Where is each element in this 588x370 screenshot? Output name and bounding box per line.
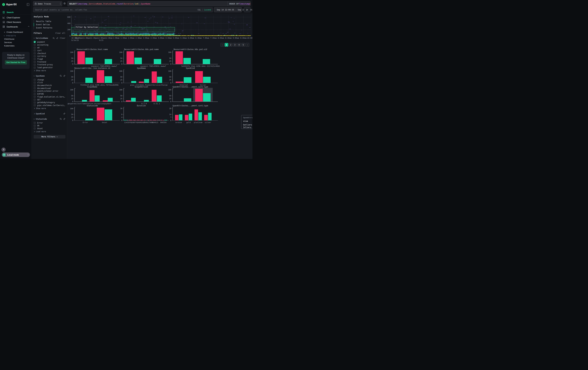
local-mode-button[interactable]: U Local mode — [2, 152, 30, 157]
filter-option-expire[interactable]: EXPIRE — [34, 92, 65, 95]
filter-option-frontend[interactable]: frontend — [34, 60, 65, 63]
filter-option-payment[interactable]: payment — [34, 40, 65, 43]
sidebar-item-search[interactable]: Search — [0, 10, 32, 14]
filter-option-checkout[interactable]: checkout — [34, 52, 65, 55]
more-filters-button[interactable]: More filters — [34, 135, 65, 139]
checkbox-unchecked[interactable] — [34, 44, 36, 46]
filter-option-currency[interactable]: currency — [34, 55, 65, 58]
chart-plot-area[interactable] — [74, 51, 118, 64]
chart-plot-area[interactable] — [124, 70, 167, 83]
checkbox-checked[interactable] — [34, 41, 36, 43]
checkbox-unchecked[interactable] — [34, 79, 36, 81]
lang-lucene[interactable]: Lucene — [204, 9, 211, 11]
filter-option-load-generator[interactable]: load-generator — [34, 66, 65, 69]
checkbox-unchecked[interactable] — [34, 127, 36, 130]
filter-option-documentload[interactable]: documentLoad — [34, 87, 65, 90]
filter-option-flagd-evaluation-v1-serv-[interactable]: flagd.evaluation.v1.Serv… — [34, 95, 65, 98]
filter-option-flagd[interactable]: flagd — [34, 58, 65, 60]
filter-option-eventlistener-error[interactable]: eventListener.error — [34, 90, 65, 93]
run-query-button[interactable] — [244, 7, 251, 12]
order-by-input[interactable]: ORDER BY Timestamp DESC — [228, 1, 251, 6]
checkbox-unchecked[interactable] — [34, 104, 36, 106]
checkbox-unchecked[interactable] — [34, 61, 36, 63]
checkbox-unchecked[interactable] — [34, 90, 36, 92]
filter-section-header-spanname[interactable]: SpanName — [34, 74, 65, 77]
checkbox-unchecked[interactable] — [34, 67, 36, 69]
sidebar-item-client-sessions[interactable]: Client Sessions — [0, 20, 32, 24]
sql-select-input[interactable]: SELECT Timestamp, ServiceName, StatusCod… — [67, 1, 251, 6]
create-dashboard-button[interactable]: + Create Dashboard — [0, 30, 32, 34]
search-icon[interactable] — [53, 37, 55, 39]
search-icon[interactable] — [60, 118, 62, 120]
search-icon[interactable] — [60, 75, 62, 77]
filter-option-click[interactable]: click — [34, 81, 65, 84]
chart-plot-area[interactable] — [124, 88, 167, 101]
filter-option-cart[interactable]: cart — [34, 49, 65, 52]
sidebar-item-chart-explorer[interactable]: Chart Explorer — [0, 15, 32, 20]
checkbox-unchecked[interactable] — [34, 99, 36, 101]
filter-option-accounting[interactable]: accounting — [34, 43, 65, 46]
checkbox-unchecked[interactable] — [34, 52, 36, 54]
filter-option-get[interactable]: GET — [34, 98, 65, 101]
pin-icon[interactable] — [63, 118, 65, 120]
clear-all-button[interactable]: Clear all — [55, 32, 65, 34]
query-language-toggle[interactable]: SQL | Lucene — [198, 9, 213, 11]
checkbox-unchecked[interactable] — [34, 122, 36, 124]
chart-plot-area[interactable] — [74, 107, 118, 120]
checkbox-unchecked[interactable] — [34, 49, 36, 51]
source-select[interactable]: Demo Traces — [33, 1, 62, 6]
filter-option-grpc-oteldemo-cartservic-[interactable]: grpc.oteldemo.CartServic… — [34, 104, 65, 107]
analysis-mode-item-event-deltas[interactable]: Event Deltas — [34, 23, 65, 26]
checkbox-unchecked[interactable] — [34, 64, 36, 66]
chart-plot-area[interactable] — [74, 88, 118, 101]
presets-toggle[interactable]: PRESETS — [0, 34, 32, 38]
checkbox-unchecked[interactable] — [34, 84, 36, 87]
show-more-button[interactable]: Show more — [34, 69, 65, 72]
search-input[interactable] — [33, 9, 198, 11]
gear-icon[interactable]: ⚙ — [63, 2, 66, 5]
filter-section-header-servicename[interactable]: ServiceNameClear — [34, 37, 65, 40]
filter-section-header-spankind[interactable]: SpanKind — [34, 112, 65, 115]
filter-by-selection-button[interactable]: Filter by Selection — [75, 24, 99, 30]
checkbox-unchecked[interactable] — [34, 101, 36, 104]
chart-plot-area[interactable] — [172, 88, 216, 101]
filter-section-header-statuscode[interactable]: StatusCode — [34, 118, 65, 120]
lang-sql[interactable]: SQL — [198, 9, 201, 11]
chart-plot-area[interactable] — [172, 70, 216, 83]
checkbox-unchecked[interactable] — [34, 58, 36, 60]
filter-option-unset[interactable]: Unset — [34, 127, 65, 130]
show-more-button[interactable]: Show more — [34, 107, 65, 110]
chart-plot-area[interactable] — [74, 70, 118, 83]
checkbox-unchecked[interactable] — [34, 125, 36, 127]
help-button[interactable]: ? — [1, 148, 6, 152]
sidebar-item-clickhouse[interactable]: ClickHouse — [0, 37, 32, 41]
filter-option-change[interactable]: change — [34, 78, 65, 81]
sidebar-item-dashboards[interactable]: Dashboards — [0, 25, 32, 29]
checkbox-unchecked[interactable] — [34, 47, 36, 49]
pin-icon[interactable] — [63, 75, 65, 77]
filter-option-ad[interactable]: ad — [34, 46, 65, 49]
checkbox-unchecked[interactable] — [34, 55, 36, 57]
checkbox-unchecked[interactable] — [34, 93, 36, 95]
checkbox-unchecked[interactable] — [34, 87, 36, 89]
filter-clear-button[interactable]: Clear — [60, 37, 65, 39]
chart-plot-area[interactable] — [172, 51, 216, 64]
filter-option-frontend-proxy[interactable]: frontend-proxy — [34, 63, 65, 66]
chart-plot-area[interactable] — [172, 107, 216, 120]
chart-plot-area[interactable] — [124, 51, 167, 64]
sidebar-collapse-icon[interactable] — [27, 3, 29, 6]
filter-option-getadsbycategory[interactable]: getAdsByCategory — [34, 101, 65, 104]
filter-option-documentfetch[interactable]: documentFetch — [34, 84, 65, 87]
time-range-picker[interactable]: Sep 14 22:04:35 - Sep 15 10:04:35 — [214, 7, 242, 12]
pin-icon[interactable] — [63, 113, 65, 115]
checkbox-unchecked[interactable] — [34, 96, 36, 98]
filter-option-error[interactable]: Error — [34, 121, 65, 124]
load-more-button[interactable]: Load more — [34, 130, 65, 133]
pin-icon[interactable] — [56, 37, 58, 39]
analysis-mode-item-event-patterns[interactable]: Event Patterns — [34, 26, 65, 30]
analysis-mode-item-results-table[interactable]: Results Table — [34, 20, 65, 23]
checkbox-unchecked[interactable] — [34, 81, 36, 84]
sidebar-item-kubernetes[interactable]: Kubernetes — [0, 44, 32, 48]
chart-plot-area[interactable] — [124, 107, 167, 120]
sidebar-item-services[interactable]: Services — [0, 41, 32, 44]
